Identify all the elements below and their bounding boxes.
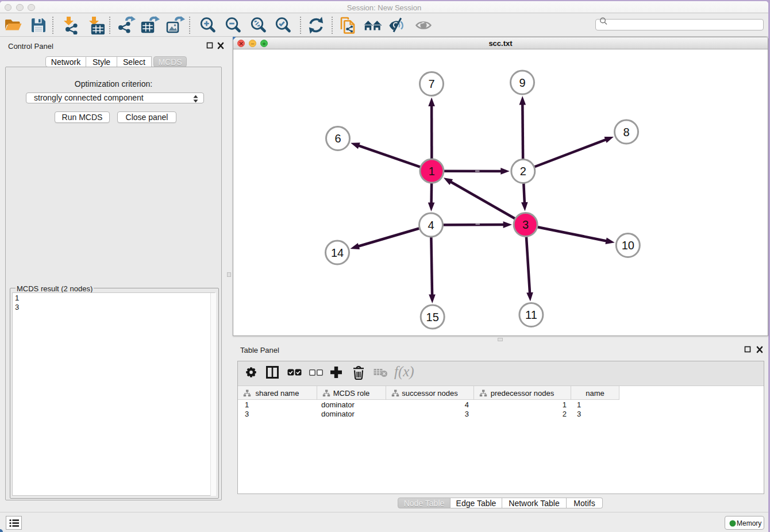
svg-text:8: 8: [623, 126, 629, 138]
svg-text:2: 2: [520, 165, 526, 178]
svg-text:15: 15: [426, 311, 439, 323]
svg-text:6: 6: [334, 132, 341, 145]
svg-text:7: 7: [428, 78, 434, 90]
svg-text:4: 4: [428, 219, 434, 232]
svg-text:1: 1: [429, 165, 435, 178]
svg-text:14: 14: [331, 246, 344, 259]
svg-text:10: 10: [622, 239, 634, 252]
svg-text:11: 11: [525, 309, 537, 321]
svg-text:9: 9: [519, 76, 525, 89]
svg-text:3: 3: [522, 218, 529, 231]
